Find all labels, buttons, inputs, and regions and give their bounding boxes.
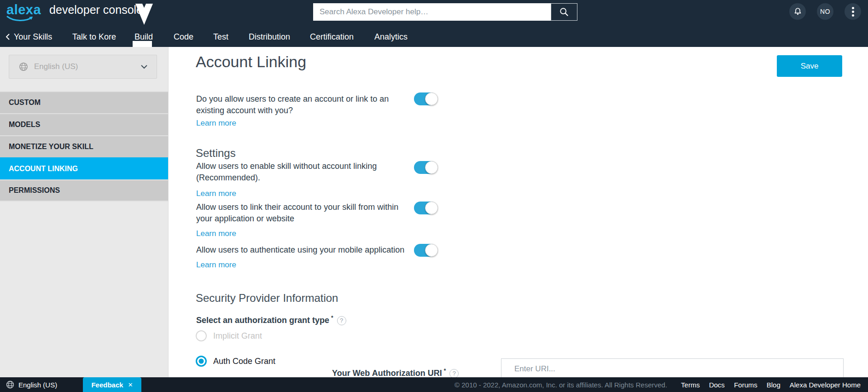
sidebar-item-custom[interactable]: CUSTOM [0, 91, 168, 113]
required-asterisk: * [444, 369, 446, 373]
back-to-your-skills[interactable]: Your Skills [6, 27, 52, 47]
toggle-link-from-app[interactable] [414, 202, 437, 214]
web-auth-uri-label-row: Your Web Authorization URI * ? [332, 369, 459, 377]
help-icon[interactable]: ? [337, 316, 346, 325]
tab-certification[interactable]: Certification [310, 27, 354, 47]
footer-link-docs[interactable]: Docs [709, 381, 725, 389]
help-icon[interactable]: ? [449, 369, 459, 378]
footer-language-selector[interactable]: English (US) [6, 380, 57, 389]
avatar-initials: NO [820, 8, 830, 15]
radio-option-auth-code-grant[interactable]: Auth Code Grant [196, 356, 275, 367]
account-linking-panel: Account Linking Save Do you allow users … [169, 47, 868, 377]
search-input[interactable] [313, 3, 551, 21]
globe-icon [6, 380, 15, 389]
security-provider-heading: Security Provider Information [196, 292, 338, 305]
help-search-bar [313, 3, 577, 21]
account-linking-toggle[interactable] [414, 92, 437, 105]
alexa-wordmark: alexa [6, 2, 41, 17]
save-button[interactable]: Save [777, 55, 842, 77]
active-tab-indicator [133, 41, 152, 47]
footer-language-value: English (US) [18, 381, 57, 389]
sidebar-item-monetize-your-skill[interactable]: MONETIZE YOUR SKILL [0, 135, 168, 157]
language-dropdown-value: English (US) [34, 62, 141, 71]
radio-option-implicit-grant: Implicit Grant [196, 330, 262, 341]
copyright-text: © 2010 - 2022, Amazon.com, Inc. or its a… [454, 381, 667, 389]
required-asterisk: * [331, 316, 333, 320]
top-header-bar: alexa developer console [0, 0, 868, 47]
toggle-knob [425, 202, 438, 214]
footer-links: © 2010 - 2022, Amazon.com, Inc. or its a… [454, 381, 861, 389]
skill-logo-icon [134, 4, 154, 25]
tab-analytics[interactable]: Analytics [374, 27, 408, 47]
page-title: Account Linking [196, 52, 306, 72]
bell-icon [793, 7, 803, 17]
setting-label-mobile-auth: Allow users to authenticate using your m… [196, 244, 413, 256]
footer-link-blog[interactable]: Blog [767, 381, 781, 389]
alexa-developer-console-page: alexa developer console [0, 0, 868, 392]
tab-test[interactable]: Test [213, 27, 228, 47]
kebab-dot [852, 14, 854, 17]
skill-nav-bar: Your Skills Talk to Kore Build Code Test… [0, 27, 868, 47]
sidebar-item-account-linking[interactable]: ACCOUNT LINKING [0, 157, 168, 179]
toggle-mobile-auth[interactable] [414, 244, 437, 257]
chevron-left-icon [6, 33, 10, 40]
sidebar-menu: CUSTOM MODELS MONETIZE YOUR SKILL ACCOUN… [0, 91, 168, 202]
footer-link-forums[interactable]: Forums [734, 381, 757, 389]
close-icon[interactable]: ✕ [128, 381, 133, 388]
sidebar-item-models[interactable]: MODELS [0, 113, 168, 135]
web-auth-uri-label: Your Web Authorization URI [332, 369, 442, 377]
overflow-menu-button[interactable] [845, 3, 861, 20]
web-auth-uri-input[interactable] [501, 358, 844, 377]
tab-distribution[interactable]: Distribution [249, 27, 290, 47]
setting-label-link-from-app: Allow users to link their account to you… [196, 202, 413, 225]
radio-button-implicit-grant [196, 330, 207, 341]
alexa-developer-console-logo[interactable]: alexa developer console [6, 3, 143, 22]
setting-label-enable-without-linking: Allow users to enable skill without acco… [196, 161, 413, 184]
toggle-knob [425, 92, 438, 105]
kebab-dot [852, 11, 854, 13]
learn-more-link-mobile-auth[interactable]: Learn more [196, 260, 236, 270]
search-icon [559, 7, 569, 17]
feedback-button[interactable]: Feedback ✕ [83, 377, 141, 392]
footer-link-terms[interactable]: Terms [681, 381, 700, 389]
kebab-dot [852, 7, 854, 9]
build-sidebar: English (US) CUSTOM MODELS MONETIZE YOUR… [0, 47, 169, 377]
toggle-knob [425, 161, 438, 174]
developer-console-label: developer console [49, 3, 143, 17]
learn-more-link-link-from-app[interactable]: Learn more [196, 229, 236, 238]
language-dropdown[interactable]: English (US) [9, 55, 157, 79]
account-linking-question: Do you allow users to create an account … [196, 93, 413, 116]
notifications-button[interactable] [789, 3, 806, 20]
toggle-knob [425, 244, 438, 257]
page-footer: English (US) Feedback ✕ © 2010 - 2022, A… [0, 377, 868, 392]
footer-link-alexa-developer-home[interactable]: Alexa Developer Home [790, 381, 861, 389]
skill-name-label: Talk to Kore [72, 27, 116, 47]
grant-type-label: Select an authorization grant type [196, 316, 329, 325]
learn-more-link-account-linking[interactable]: Learn more [196, 119, 236, 128]
user-avatar[interactable]: NO [817, 3, 833, 20]
sidebar-item-permissions[interactable]: PERMISSIONS [0, 179, 168, 202]
grant-type-label-row: Select an authorization grant type * ? [196, 316, 346, 325]
chevron-down-icon [141, 65, 147, 69]
globe-icon [18, 62, 29, 72]
search-button[interactable] [551, 3, 577, 21]
tab-code[interactable]: Code [174, 27, 193, 47]
toggle-enable-without-linking[interactable] [414, 161, 437, 174]
learn-more-link-enable-without-linking[interactable]: Learn more [196, 189, 236, 198]
settings-heading: Settings [196, 147, 236, 160]
radio-button-auth-code-grant[interactable] [196, 356, 207, 367]
